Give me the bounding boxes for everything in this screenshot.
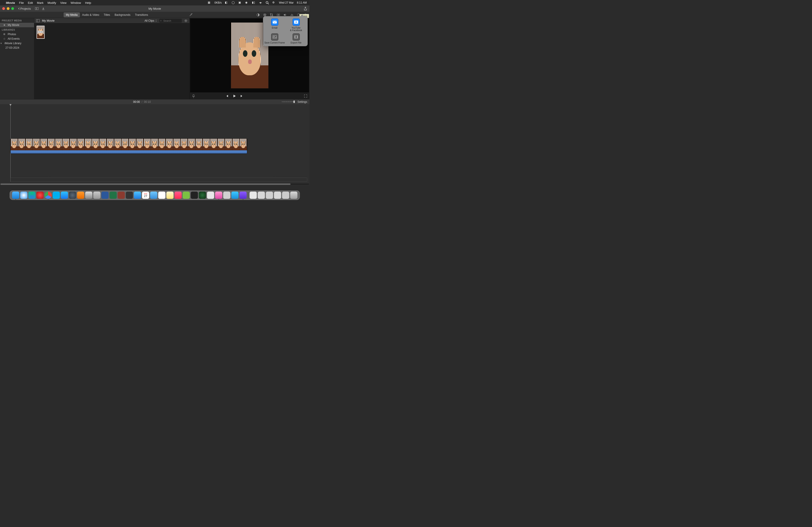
timeline-clip[interactable] bbox=[10, 138, 247, 154]
fullscreen-icon[interactable] bbox=[304, 94, 307, 97]
share-save-frame-button[interactable]: Save Current Frame bbox=[264, 33, 285, 44]
dock-chrome-icon[interactable] bbox=[45, 192, 52, 199]
dock-reminders-icon[interactable] bbox=[158, 192, 165, 199]
menubar-dropbox-icon[interactable]: ▣ bbox=[238, 1, 242, 4]
wifi-icon[interactable] bbox=[259, 1, 262, 4]
play-button[interactable] bbox=[233, 94, 236, 98]
menubar-date[interactable]: Wed 27 Mar bbox=[279, 1, 294, 4]
dock-excel-icon[interactable] bbox=[110, 192, 117, 199]
gear-icon[interactable] bbox=[184, 19, 188, 22]
dock-app-blank-icon[interactable] bbox=[223, 192, 231, 199]
menu-mark[interactable]: Mark bbox=[37, 1, 44, 4]
dock-recent-2-icon[interactable] bbox=[258, 192, 265, 199]
sidebar-item-library[interactable]: ▾ iMovie Library bbox=[0, 41, 34, 46]
viewer-controls bbox=[190, 93, 309, 99]
previous-button[interactable] bbox=[225, 94, 229, 97]
share-youtube-facebook-button[interactable]: YouTube& Facebook bbox=[286, 18, 306, 32]
sidebar-item-project[interactable]: ★ My Movie bbox=[0, 23, 34, 27]
dock-edge-icon[interactable] bbox=[28, 192, 35, 199]
media-crumb: My Movie bbox=[42, 19, 55, 22]
dock-appstore-icon[interactable] bbox=[61, 192, 68, 199]
share-email-button[interactable]: Email bbox=[264, 18, 285, 32]
dock-app-green-icon[interactable] bbox=[183, 192, 190, 199]
dock-vlc-icon[interactable] bbox=[77, 192, 84, 199]
sidebar-toggle-icon[interactable] bbox=[36, 19, 40, 22]
import-icon[interactable] bbox=[42, 7, 45, 10]
svg-point-9 bbox=[278, 14, 279, 15]
dock-recent-3-icon[interactable] bbox=[266, 192, 273, 199]
menubar-sync-icon[interactable]: ◯ bbox=[232, 1, 235, 4]
menu-window[interactable]: Window bbox=[71, 1, 81, 4]
dock-trash-icon[interactable] bbox=[290, 192, 298, 199]
dock-dictionary-icon[interactable] bbox=[118, 192, 125, 199]
color-balance-icon[interactable] bbox=[256, 13, 260, 17]
dock-todo-icon[interactable] bbox=[150, 192, 157, 199]
email-icon bbox=[271, 18, 278, 26]
svg-rect-3 bbox=[37, 7, 38, 10]
menu-view[interactable]: View bbox=[60, 1, 67, 4]
battery-icon[interactable]: ▮▯ bbox=[252, 1, 256, 4]
dock-activity-icon[interactable] bbox=[191, 192, 198, 199]
sidebar-item-photos[interactable]: ✲ Photos bbox=[0, 32, 34, 36]
dock-word-icon[interactable] bbox=[102, 192, 109, 199]
dock-launchpad-icon[interactable] bbox=[93, 192, 101, 199]
sidebar-item-event[interactable]: 27-03-2024 bbox=[0, 46, 34, 50]
dock-recent-4-icon[interactable] bbox=[274, 192, 281, 199]
media-clip-thumbnail[interactable]: 10.3s bbox=[37, 26, 45, 39]
dock-safari-icon[interactable] bbox=[20, 192, 28, 199]
tab-titles[interactable]: Titles bbox=[102, 12, 112, 17]
dock-recent-1-icon[interactable] bbox=[250, 192, 257, 199]
menu-file[interactable]: File bbox=[19, 1, 24, 4]
menu-help[interactable]: Help bbox=[85, 1, 91, 4]
menubar-app-icon[interactable]: ◧ bbox=[225, 1, 229, 4]
dock-calendar-icon[interactable]: MAR 27 bbox=[142, 192, 149, 199]
tab-my-media[interactable]: My Media bbox=[63, 12, 80, 17]
timeline[interactable] bbox=[0, 104, 309, 185]
clip-audio-waveform bbox=[11, 150, 247, 154]
app-menu[interactable]: iMovie bbox=[6, 1, 15, 4]
tab-audio-video[interactable]: Audio & Video bbox=[80, 12, 102, 17]
chevron-down-icon[interactable]: ▾ bbox=[0, 42, 3, 45]
dock-mail-icon[interactable] bbox=[134, 192, 141, 199]
menubar-extra-icon[interactable]: ▦ bbox=[208, 1, 211, 4]
dock-skype-icon[interactable] bbox=[53, 192, 60, 199]
dock-imovie-icon[interactable] bbox=[240, 192, 247, 199]
share-button[interactable] bbox=[304, 6, 307, 11]
dock-screenshot-icon[interactable] bbox=[215, 192, 222, 199]
timeline-zoom-slider[interactable] bbox=[282, 102, 294, 102]
tab-transitions[interactable]: Transitions bbox=[133, 12, 150, 17]
dock-preview-icon[interactable] bbox=[207, 192, 214, 199]
menubar-time[interactable]: 8:11 AM bbox=[297, 1, 307, 4]
voiceover-icon[interactable] bbox=[192, 94, 195, 98]
control-center-icon[interactable]: ⚙ bbox=[272, 1, 276, 4]
dock-opera-icon[interactable] bbox=[37, 192, 44, 199]
window-minimize-button[interactable] bbox=[7, 7, 10, 10]
dock-recent-5-icon[interactable] bbox=[282, 192, 289, 199]
dock-globe-icon[interactable] bbox=[199, 192, 206, 199]
menubar-user-icon[interactable]: ◉ bbox=[245, 1, 249, 4]
enhance-icon[interactable] bbox=[189, 13, 193, 17]
sidebar-item-all-events[interactable]: ☆ All Events bbox=[0, 36, 34, 41]
menu-modify[interactable]: Modify bbox=[47, 1, 56, 4]
dock-notes-icon[interactable] bbox=[166, 192, 174, 199]
tab-backgrounds[interactable]: Backgrounds bbox=[112, 12, 133, 17]
timeline-scrollbar[interactable] bbox=[0, 183, 309, 185]
clip-filter-dropdown[interactable]: All Clips bbox=[145, 19, 157, 22]
dock-clips-icon[interactable] bbox=[231, 192, 238, 199]
spotlight-icon[interactable] bbox=[265, 1, 269, 4]
next-button[interactable] bbox=[240, 94, 243, 97]
dock-calculator-icon[interactable] bbox=[126, 192, 133, 199]
share-export-file-button[interactable]: Export File bbox=[286, 33, 306, 44]
menu-edit[interactable]: Edit bbox=[28, 1, 33, 4]
dock-music-icon[interactable] bbox=[175, 192, 182, 199]
dock-settings-icon[interactable] bbox=[85, 192, 92, 199]
dock-quicktime-icon[interactable] bbox=[69, 192, 76, 199]
timeline-settings-button[interactable]: Settings bbox=[298, 100, 307, 104]
back-to-projects-button[interactable]: Projects bbox=[18, 7, 31, 10]
window-close-button[interactable] bbox=[2, 7, 5, 10]
timeline-drop-zone[interactable] bbox=[10, 178, 307, 182]
window-zoom-button[interactable] bbox=[11, 7, 14, 10]
dock-finder-icon[interactable] bbox=[12, 192, 19, 199]
library-list-icon[interactable] bbox=[35, 7, 39, 10]
search-input[interactable] bbox=[159, 19, 182, 23]
